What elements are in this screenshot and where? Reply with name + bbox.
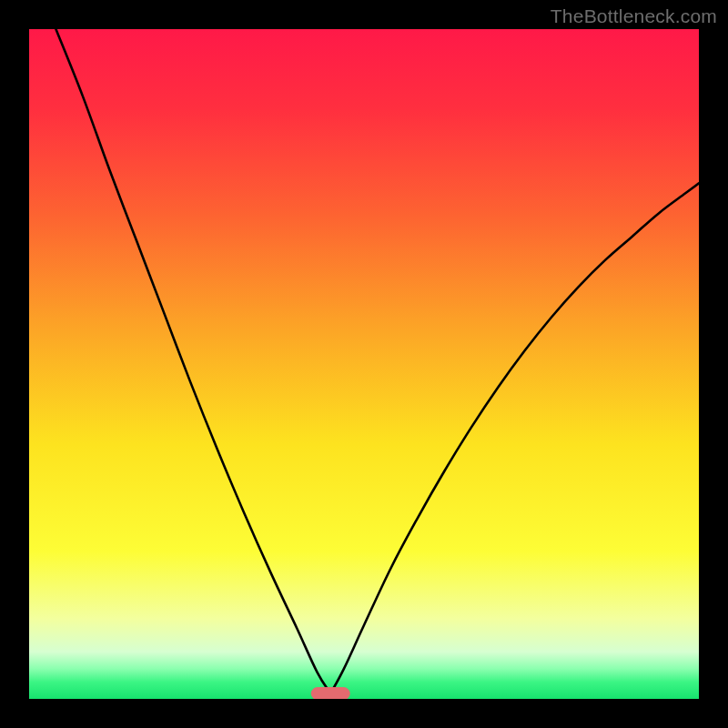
chart-svg xyxy=(29,29,699,699)
gradient-background xyxy=(29,29,699,699)
watermark-text: TheBottleneck.com xyxy=(551,5,717,27)
minimum-marker xyxy=(311,688,349,699)
chart-frame: TheBottleneck.com xyxy=(0,0,728,728)
plot-area xyxy=(29,29,699,699)
